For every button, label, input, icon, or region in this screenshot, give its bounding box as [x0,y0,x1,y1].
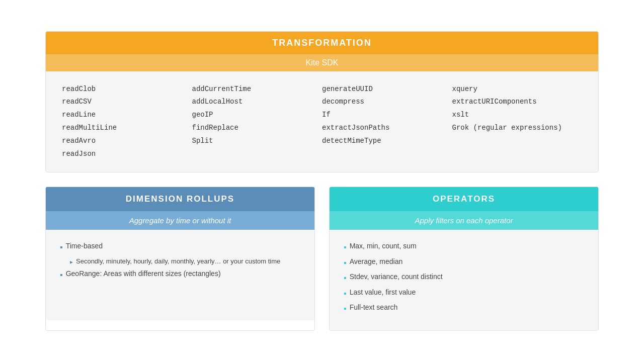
op-bullet-dot-icon: ▪ [344,288,347,299]
dimension-sub-bullet-1: ▸ Secondly, minutely, hourly, daily, mon… [60,257,300,266]
transform-item: readAvro [62,135,192,147]
transform-item: addCurrentTime [192,83,323,96]
operators-block: OPERATORS Apply filters on each operator… [329,187,599,331]
transform-item: readCSV [62,96,192,108]
dimension-sub-bullet-text: Secondly, minutely, hourly, daily, month… [76,257,280,265]
dimension-bullet-2: ▪ GeoRange: Areas with different sizes (… [60,269,300,281]
transform-item: readMultiLine [62,122,192,134]
transform-item: Grok (regular expressions) [452,122,583,134]
transformation-block: TRANSFORMATION Kite SDK readClob readCSV… [45,31,599,173]
transformation-col-2: addCurrentTime addLocalHost geoIP findRe… [192,83,323,160]
transform-item: findReplace [192,122,323,134]
transform-item: decompress [322,96,452,108]
transform-item: readLine [62,109,192,121]
sub-bullet-dot-icon: ▸ [70,257,73,266]
kite-sdk-header: Kite SDK [46,54,598,71]
op-bullet-dot-icon: ▪ [344,257,347,268]
slide: TRANSFORMATION Kite SDK readClob readCSV… [45,31,599,331]
transform-item: readClob [62,83,192,96]
transform-item: geoIP [192,109,323,121]
operators-bullet-2: ▪ Average, median [344,257,584,268]
operators-bullet-5: ▪ Full-text search [344,303,584,314]
dimension-rollups-block: DIMENSION ROLLUPS Aggregate by time or w… [45,187,315,331]
bullet-dot-icon: ▪ [60,269,63,281]
bullet-dot-icon: ▪ [60,242,63,253]
dimension-rollups-content: ▪ Time-based ▸ Secondly, minutely, hourl… [46,230,314,320]
transform-item: Split [192,135,323,147]
transform-item: detectMimeType [322,135,452,147]
dimension-bullet-1: ▪ Time-based [60,242,300,253]
transform-item: generateUUID [322,83,452,96]
dimension-rollups-subheader: Aggregate by time or without it [46,211,314,230]
transformation-header: TRANSFORMATION [46,32,598,54]
operators-bullet-3: ▪ Stdev, variance, count distinct [344,273,584,284]
operators-bullet-1: ▪ Max, min, count, sum [344,242,584,253]
transform-item: extractJsonPaths [322,122,452,134]
transform-item: If [322,109,452,121]
transform-item: xslt [452,109,583,121]
transform-item: readJson [62,148,192,160]
dimension-rollups-header: DIMENSION ROLLUPS [46,187,314,211]
op-bullet-dot-icon: ▪ [344,303,347,314]
operators-bullet-4: ▪ Last value, first value [344,288,584,299]
operators-bullet-text: Last value, first value [350,288,416,296]
dimension-bullet-text: GeoRange: Areas with different sizes (re… [66,269,221,278]
transformation-content: readClob readCSV readLine readMultiLine … [46,71,598,172]
transformation-col-1: readClob readCSV readLine readMultiLine … [62,83,192,160]
transformation-col-4: xquery extractURIComponents xslt Grok (r… [452,83,583,160]
operators-bullet-text: Average, median [350,257,403,265]
op-bullet-dot-icon: ▪ [344,242,347,253]
transform-item: addLocalHost [192,96,323,108]
transform-item: xquery [452,83,583,96]
operators-content: ▪ Max, min, count, sum ▪ Average, median… [330,230,598,330]
operators-bullet-text: Stdev, variance, count distinct [350,273,443,281]
transformation-col-3: generateUUID decompress If extractJsonPa… [322,83,452,160]
operators-subheader: Apply filters on each operator [330,211,598,230]
operators-bullet-text: Max, min, count, sum [350,242,417,250]
bottom-section: DIMENSION ROLLUPS Aggregate by time or w… [45,187,599,331]
op-bullet-dot-icon: ▪ [344,273,347,284]
transform-item: extractURIComponents [452,96,583,108]
operators-bullet-text: Full-text search [350,303,398,311]
operators-header: OPERATORS [330,187,598,211]
dimension-bullet-text: Time-based [66,242,103,250]
